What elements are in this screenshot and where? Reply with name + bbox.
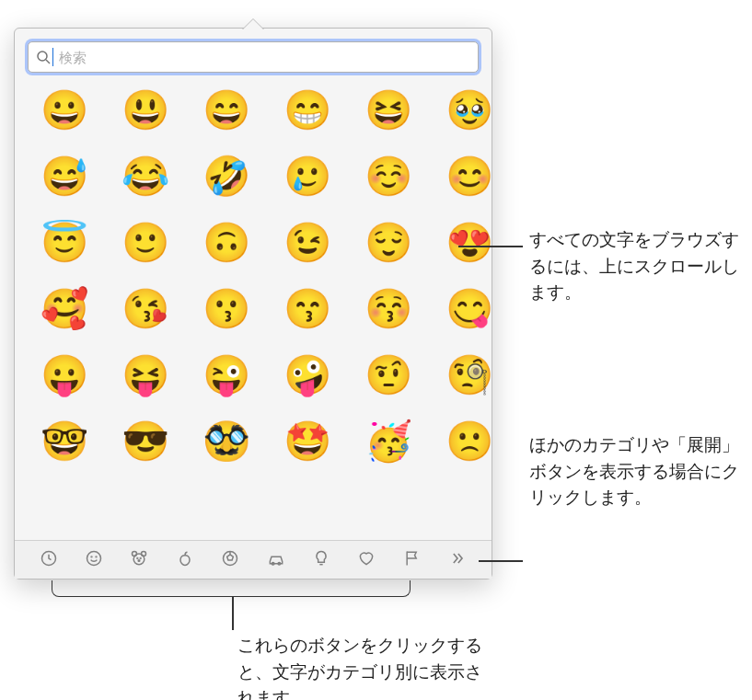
svg-line-1 [46, 60, 50, 63]
emoji-cell[interactable]: 😌 [364, 224, 412, 262]
callout-leader-line [479, 560, 523, 562]
svg-point-8 [142, 551, 146, 556]
category-travel-button[interactable] [261, 545, 291, 575]
category-objects-button[interactable] [307, 545, 336, 575]
emoji-cell[interactable]: 😜 [202, 356, 250, 395]
emoji-cell[interactable]: 😛 [40, 356, 88, 395]
flag-icon [403, 549, 422, 571]
svg-point-5 [96, 556, 97, 557]
emoji-cell[interactable]: 😉 [283, 224, 331, 262]
smiley-icon [85, 549, 103, 571]
callout-leader-line [458, 246, 523, 247]
car-icon [267, 549, 285, 571]
emoji-cell[interactable]: 🧐 [445, 356, 493, 395]
emoji-cell[interactable]: 😅 [40, 157, 88, 196]
popover-arrow [242, 19, 264, 30]
emoji-cell[interactable]: 🥰 [40, 290, 88, 328]
category-expand-button[interactable] [443, 545, 472, 575]
svg-point-7 [133, 551, 137, 556]
callout-leader-line [232, 597, 234, 630]
chevrons-icon [448, 549, 467, 571]
emoji-cell[interactable]: 😘 [121, 290, 169, 328]
emoji-cell[interactable]: 🤨 [364, 356, 412, 395]
callout-bracket [52, 580, 411, 597]
search-input[interactable] [53, 49, 470, 66]
category-activity-button[interactable] [215, 545, 245, 575]
animal-icon [130, 549, 148, 571]
character-viewer-popover: 😀😃😄😁😆🥹😅😂🤣🥲☺️😊😇🙂🙃😉😌😍🥰😘😗😙😚😋😛😝😜🤪🤨🧐🤓😎🥸🤩🥳🙁 [14, 28, 492, 580]
emoji-cell[interactable]: 😀 [40, 91, 88, 130]
emoji-cell[interactable]: 😗 [202, 290, 250, 328]
emoji-cell[interactable]: 🙁 [445, 422, 493, 461]
svg-point-10 [141, 557, 142, 558]
bulb-icon [312, 549, 330, 571]
emoji-cell[interactable]: 😄 [202, 91, 250, 130]
category-recent-button[interactable] [34, 545, 64, 575]
emoji-cell[interactable]: 😙 [283, 290, 331, 328]
emoji-cell[interactable]: 😁 [283, 91, 331, 130]
svg-point-9 [137, 557, 138, 558]
svg-point-11 [139, 559, 141, 561]
clock-icon [40, 549, 58, 571]
callout-scroll: すべての文字をブラウズするには、上にスクロールします。 [529, 227, 741, 306]
heart-icon [357, 549, 376, 571]
category-bar [15, 540, 492, 579]
soccer-icon [221, 549, 239, 571]
emoji-cell[interactable]: 😝 [121, 356, 169, 395]
emoji-cell[interactable]: 🤩 [283, 422, 331, 461]
svg-point-3 [87, 551, 101, 565]
emoji-cell[interactable]: 🤣 [202, 157, 250, 196]
search-container [15, 29, 492, 82]
category-flags-button[interactable] [398, 545, 427, 575]
emoji-cell[interactable]: 🙃 [202, 224, 250, 262]
emoji-cell[interactable]: 🥲 [283, 157, 331, 196]
emoji-cell[interactable]: 🤪 [283, 356, 331, 395]
callout-expand: ほかのカテゴリや「展開」ボタンを表示する場合にクリックします。 [529, 432, 741, 511]
emoji-cell[interactable]: ☺️ [364, 157, 412, 196]
emoji-cell[interactable]: 😆 [364, 91, 412, 130]
emoji-cell[interactable]: 😃 [121, 91, 169, 130]
emoji-grid: 😀😃😄😁😆🥹😅😂🤣🥲☺️😊😇🙂🙃😉😌😍🥰😘😗😙😚😋😛😝😜🤪🤨🧐🤓😎🥸🤩🥳🙁 [15, 82, 492, 479]
category-symbols-button[interactable] [352, 545, 381, 575]
emoji-cell[interactable]: 😎 [121, 422, 169, 461]
callout-categories: これらのボタンをクリックすると、文字がカテゴリ別に表示されます。 [237, 633, 495, 700]
emoji-cell[interactable]: 😊 [445, 157, 493, 196]
search-icon [36, 50, 51, 64]
emoji-cell[interactable]: 😋 [445, 290, 493, 328]
category-smileys-button[interactable] [79, 545, 109, 575]
category-food-button[interactable] [170, 545, 200, 575]
svg-point-0 [38, 52, 47, 61]
emoji-cell[interactable]: 🥹 [445, 91, 493, 130]
search-field[interactable] [28, 41, 479, 73]
category-animals-button[interactable] [124, 545, 154, 575]
apple-icon [176, 549, 194, 571]
emoji-cell[interactable]: 🥳 [364, 422, 412, 461]
emoji-cell[interactable]: 🥸 [202, 422, 250, 461]
emoji-cell[interactable]: 🙂 [121, 224, 169, 262]
emoji-cell[interactable]: 😚 [364, 290, 412, 328]
emoji-cell[interactable]: 🤓 [40, 422, 88, 461]
svg-point-4 [91, 556, 92, 557]
emoji-cell[interactable]: 😍 [445, 224, 493, 262]
emoji-cell[interactable]: 😇 [40, 224, 88, 262]
emoji-cell[interactable]: 😂 [121, 157, 169, 196]
